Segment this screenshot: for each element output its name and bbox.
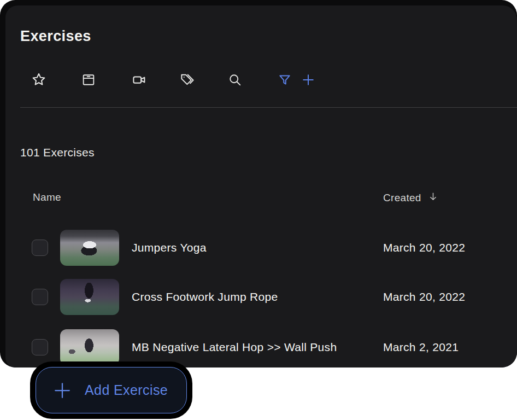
- add-exercise-button[interactable]: Add Exercise: [36, 367, 187, 413]
- filter-button[interactable]: [276, 71, 293, 89]
- column-header-created[interactable]: Created: [383, 191, 438, 205]
- exercise-thumbnail: [60, 279, 119, 315]
- video-icon: [131, 72, 148, 88]
- toolbar-divider: [20, 107, 517, 108]
- archive-icon: [81, 72, 96, 88]
- exercise-created-date: March 2, 2021: [383, 322, 459, 368]
- table-row[interactable]: Jumpers Yoga March 20, 2022: [5, 223, 517, 273]
- exercise-name: Cross Footwork Jump Rope: [132, 272, 278, 322]
- exercise-thumbnail: [60, 230, 119, 266]
- exercise-count: 101 Exercises: [20, 146, 95, 159]
- star-icon: [31, 72, 47, 88]
- filter-icon: [277, 72, 292, 88]
- exercise-name: MB Negative Lateral Hop >> Wall Push: [132, 322, 337, 368]
- archive-button[interactable]: [80, 71, 97, 89]
- page-title: Exercises: [20, 28, 91, 45]
- favorites-button[interactable]: [30, 71, 48, 89]
- row-checkbox[interactable]: [32, 339, 48, 355]
- search-icon: [227, 72, 243, 88]
- plus-icon: [52, 381, 72, 400]
- row-checkbox[interactable]: [32, 240, 48, 256]
- column-header-name[interactable]: Name: [33, 191, 61, 203]
- table-row[interactable]: MB Negative Lateral Hop >> Wall Push Mar…: [5, 322, 517, 368]
- table-row[interactable]: Cross Footwork Jump Rope March 20, 2022: [5, 272, 517, 322]
- add-exercise-label: Add Exercise: [85, 382, 168, 398]
- arrow-down-icon: [428, 191, 438, 205]
- row-checkbox[interactable]: [32, 289, 48, 305]
- exercise-thumbnail: [60, 329, 119, 365]
- add-quick-button[interactable]: [299, 71, 317, 89]
- exercise-created-date: March 20, 2022: [383, 223, 465, 273]
- video-button[interactable]: [131, 71, 148, 89]
- column-header-created-label: Created: [383, 192, 421, 204]
- exercise-name: Jumpers Yoga: [132, 223, 207, 273]
- tags-button[interactable]: [179, 71, 196, 89]
- plus-icon: [301, 72, 316, 88]
- exercise-created-date: March 20, 2022: [383, 272, 465, 322]
- exercises-panel: Exercises: [5, 5, 517, 368]
- tags-icon: [179, 72, 196, 88]
- search-button[interactable]: [226, 71, 244, 89]
- exercises-app-card: Exercises: [0, 0, 517, 368]
- screenshot-stage: Exercises: [0, 0, 517, 420]
- column-header-name-label: Name: [33, 191, 61, 203]
